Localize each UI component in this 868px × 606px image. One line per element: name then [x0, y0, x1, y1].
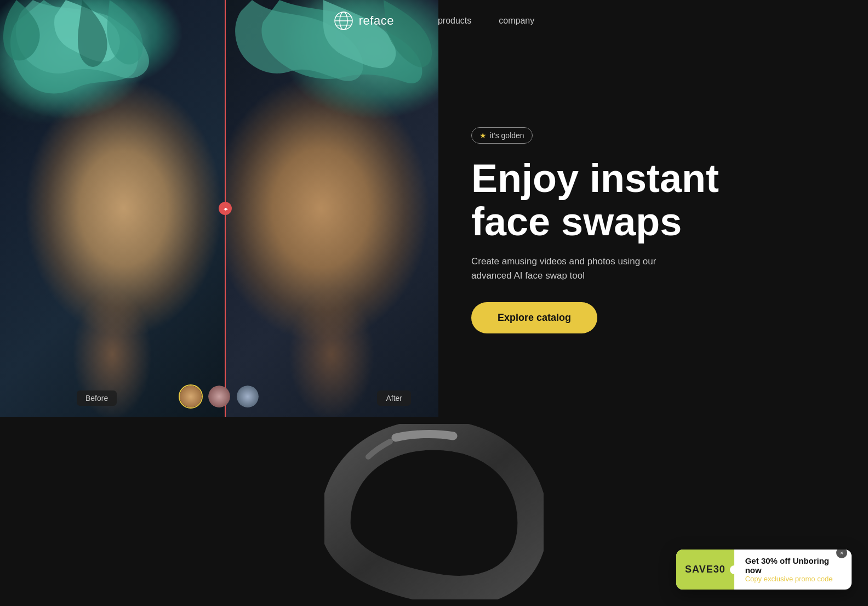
ring-visual: [324, 424, 544, 599]
hero-title-line2: face swaps: [471, 200, 682, 243]
image-comparison[interactable]: ◂▸ Before After: [0, 0, 438, 417]
promo-banner: × SAVE30 Get 30% off Unboring now Copy e…: [676, 550, 852, 590]
thumb-3-image: [237, 386, 259, 407]
promo-info: Get 30% off Unboring now Copy exclusive …: [734, 550, 852, 590]
after-hair-svg: [225, 0, 438, 417]
nav: products company: [438, 16, 534, 26]
logo-text: reface: [359, 14, 394, 28]
thumb-1-image: [180, 386, 202, 407]
thumbnail-3[interactable]: [236, 384, 260, 409]
after-label: After: [377, 390, 411, 406]
divider-arrows-icon: ◂▸: [224, 206, 227, 212]
after-image: [225, 0, 438, 417]
star-icon: ★: [479, 131, 487, 140]
promo-code-section: SAVE30: [676, 550, 734, 590]
promo-subtitle[interactable]: Copy exclusive promo code: [745, 575, 843, 583]
nav-products[interactable]: products: [438, 16, 471, 26]
hero-title: Enjoy instant face swaps: [471, 157, 824, 243]
before-label: Before: [77, 390, 117, 406]
promo-code-text: SAVE30: [685, 564, 726, 575]
promo-title: Get 30% off Unboring now: [745, 556, 843, 575]
before-image: [0, 0, 225, 417]
quality-badge: ★ it's golden: [471, 127, 533, 144]
thumbnail-1[interactable]: [179, 384, 203, 409]
hero-subtitle: Create amusing videos and photos using o…: [471, 254, 663, 282]
page: reface products company: [0, 0, 868, 606]
header: reface products company: [0, 0, 868, 42]
logo-icon: [334, 11, 353, 31]
thumb-2-image: [208, 386, 230, 407]
nav-company[interactable]: company: [499, 16, 534, 26]
before-hair-svg: [0, 0, 225, 417]
comparison-divider[interactable]: ◂▸: [225, 0, 226, 417]
hero-section: ◂▸ Before After ★: [0, 0, 868, 417]
thumbnail-2[interactable]: [207, 384, 231, 409]
hero-title-line1: Enjoy instant: [471, 156, 719, 200]
cta-button[interactable]: Explore catalog: [471, 302, 597, 333]
logo[interactable]: reface: [334, 11, 394, 31]
divider-handle[interactable]: ◂▸: [219, 202, 232, 215]
hero-content: ★ it's golden Enjoy instant face swaps C…: [438, 0, 868, 417]
lower-visual: [215, 417, 653, 606]
thumbnail-strip: [179, 384, 260, 409]
badge-text: it's golden: [490, 131, 524, 140]
